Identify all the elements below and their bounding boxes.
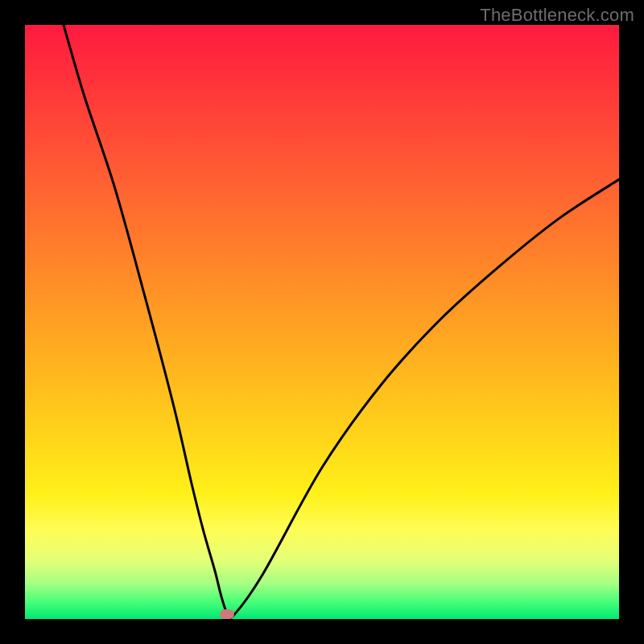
curve-svg	[25, 25, 619, 619]
chart-frame: TheBottleneck.com	[0, 0, 644, 644]
bottleneck-curve	[64, 25, 619, 619]
plot-area	[25, 25, 619, 619]
minimum-marker	[220, 609, 234, 619]
watermark-text: TheBottleneck.com	[480, 5, 634, 26]
